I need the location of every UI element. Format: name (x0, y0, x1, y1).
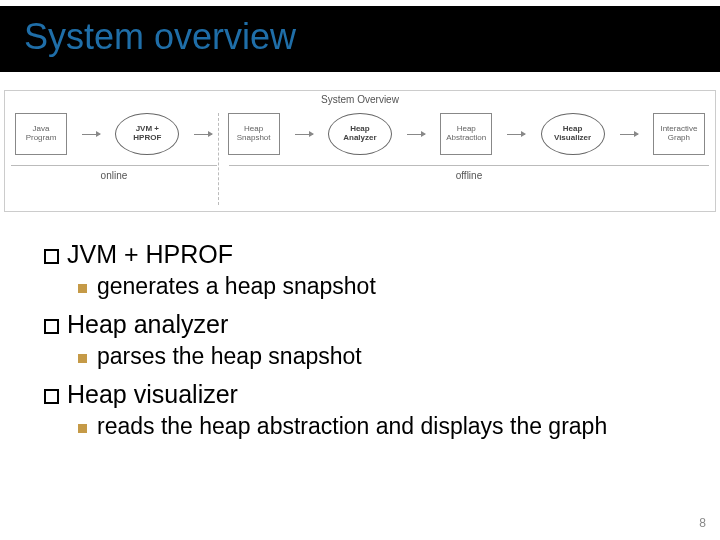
bullet-jvm-hprof: JVM + HPROF (44, 240, 690, 269)
page-number: 8 (699, 516, 706, 530)
arrow-icon (507, 134, 525, 135)
system-overview-diagram: System Overview JavaProgram JVM +HPROF H… (4, 90, 716, 212)
subbullet-heap-visualizer: reads the heap abstraction and displays … (78, 413, 690, 440)
node-heap-snapshot: HeapSnapshot (228, 113, 280, 155)
diagram-flow: JavaProgram JVM +HPROF HeapSnapshot Heap… (5, 105, 715, 155)
subbullet-text: parses the heap snapshot (97, 343, 362, 370)
subbullet-jvm-hprof: generates a heap snapshot (78, 273, 690, 300)
subbullet-text: reads the heap abstraction and displays … (97, 413, 607, 440)
square-bullet-icon (44, 319, 59, 334)
square-bullet-icon (44, 249, 59, 264)
node-heap-visualizer: HeapVisualizer (541, 113, 605, 155)
node-heap-analyzer: HeapAnalyzer (328, 113, 392, 155)
node-jvm-hprof: JVM +HPROF (115, 113, 179, 155)
phase-online: online (11, 165, 217, 181)
filled-square-bullet-icon (78, 284, 87, 293)
bullet-title: JVM + HPROF (67, 240, 233, 269)
arrow-icon (82, 134, 100, 135)
phase-labels: online offline (5, 165, 715, 181)
bullet-title: Heap analyzer (67, 310, 228, 339)
filled-square-bullet-icon (78, 424, 87, 433)
bullet-title: Heap visualizer (67, 380, 238, 409)
bullet-heap-analyzer: Heap analyzer (44, 310, 690, 339)
arrow-icon (194, 134, 212, 135)
node-heap-abstraction: HeapAbstraction (440, 113, 492, 155)
phase-offline: offline (229, 165, 709, 181)
title-band: System overview (0, 6, 720, 72)
arrow-icon (295, 134, 313, 135)
phase-divider (218, 113, 219, 205)
arrow-icon (620, 134, 638, 135)
node-java-program: JavaProgram (15, 113, 67, 155)
arrow-icon (407, 134, 425, 135)
bullet-heap-visualizer: Heap visualizer (44, 380, 690, 409)
slide-title: System overview (24, 16, 696, 58)
node-interactive-graph: InteractiveGraph (653, 113, 705, 155)
bullet-content: JVM + HPROF generates a heap snapshot He… (0, 212, 720, 440)
diagram-title: System Overview (5, 91, 715, 105)
square-bullet-icon (44, 389, 59, 404)
subbullet-text: generates a heap snapshot (97, 273, 376, 300)
filled-square-bullet-icon (78, 354, 87, 363)
subbullet-heap-analyzer: parses the heap snapshot (78, 343, 690, 370)
